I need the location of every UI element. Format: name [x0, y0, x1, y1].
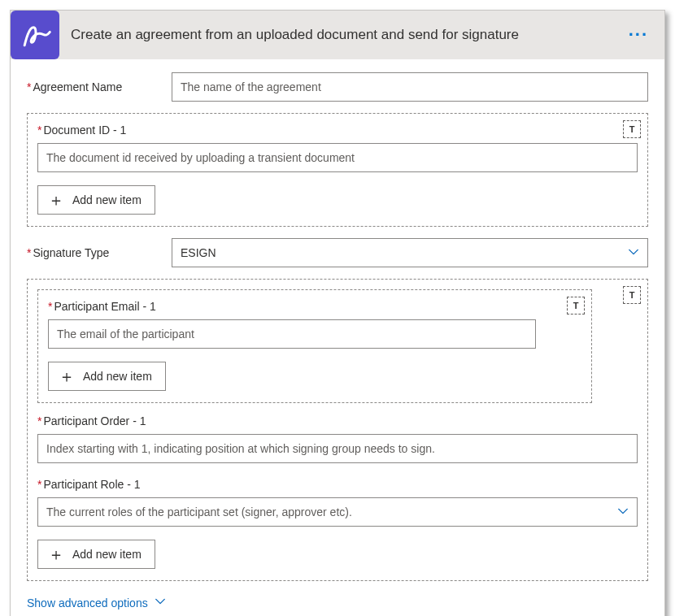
- card-header: Create an agreement from an uploaded doc…: [11, 11, 664, 59]
- required-asterisk: *: [37, 478, 41, 491]
- dynamic-content-button[interactable]: T: [623, 286, 641, 304]
- participant-group: T T *Participant Email - 1 ＋ Add new ite…: [27, 279, 648, 581]
- chevron-down-icon: [155, 596, 166, 609]
- card-body: *Agreement Name T *Document ID - 1 ＋ Add…: [11, 59, 664, 616]
- required-asterisk: *: [48, 300, 52, 313]
- signature-type-label: *Signature Type: [27, 246, 172, 259]
- agreement-name-input[interactable]: [172, 72, 648, 102]
- required-asterisk: *: [27, 80, 31, 93]
- action-card: Create an agreement from an uploaded doc…: [10, 10, 665, 616]
- card-title: Create an agreement from an uploaded doc…: [59, 27, 622, 43]
- required-asterisk: *: [27, 246, 31, 259]
- signature-type-select[interactable]: ESIGN: [172, 238, 648, 267]
- add-participant-button[interactable]: ＋ Add new item: [37, 540, 155, 569]
- participant-email-label: *Participant Email - 1: [48, 300, 581, 313]
- participant-email-input[interactable]: [48, 319, 536, 349]
- participant-role-select[interactable]: The current roles of the participant set…: [37, 497, 638, 527]
- required-asterisk: *: [37, 414, 41, 427]
- participant-role-label: *Participant Role - 1: [37, 478, 638, 491]
- plus-icon: ＋: [48, 192, 64, 208]
- document-id-label: *Document ID - 1: [37, 124, 638, 137]
- participant-order-input[interactable]: [37, 434, 638, 463]
- add-document-button[interactable]: ＋ Add new item: [37, 185, 155, 215]
- agreement-name-label: *Agreement Name: [27, 80, 172, 93]
- required-asterisk: *: [37, 124, 41, 137]
- plus-icon: ＋: [48, 546, 64, 562]
- dynamic-content-button[interactable]: T: [623, 120, 641, 138]
- agreement-name-row: *Agreement Name: [27, 72, 648, 102]
- plus-icon: ＋: [59, 368, 75, 384]
- add-participant-email-button[interactable]: ＋ Add new item: [48, 362, 166, 391]
- adobe-sign-icon: [11, 11, 59, 59]
- more-menu-button[interactable]: ···: [622, 24, 655, 46]
- show-advanced-options-link[interactable]: Show advanced options: [27, 596, 166, 609]
- chevron-down-icon: [628, 246, 639, 260]
- signature-type-row: *Signature Type ESIGN: [27, 238, 648, 267]
- document-id-input[interactable]: [37, 143, 638, 172]
- document-id-group: T *Document ID - 1 ＋ Add new item: [27, 113, 648, 227]
- participant-order-label: *Participant Order - 1: [37, 414, 638, 427]
- participant-email-group: T *Participant Email - 1 ＋ Add new item: [37, 289, 592, 403]
- chevron-down-icon: [617, 505, 629, 519]
- dynamic-content-button[interactable]: T: [567, 297, 585, 315]
